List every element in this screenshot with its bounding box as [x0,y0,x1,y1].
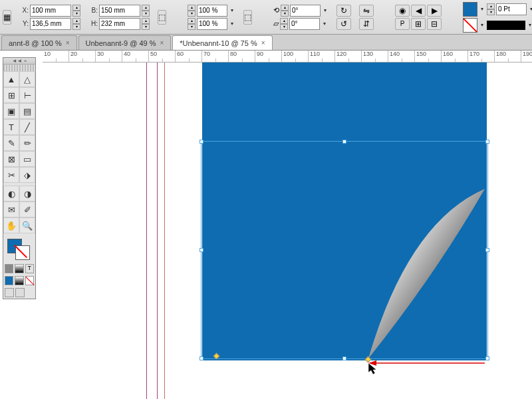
y-spinner[interactable]: ▴▾ [72,18,80,30]
shear-spinner[interactable]: ▴▾ [280,18,288,30]
stroke-weight-input[interactable] [496,3,527,15]
fill-swatch[interactable] [463,2,477,17]
y-label: Y: [19,20,29,27]
stroke-spinner[interactable]: ▴▾ [487,3,495,15]
eyedropper-tool[interactable]: ✐ [19,201,35,217]
rotate-cw-icon[interactable]: ↻ [336,5,351,17]
document-tab-bar: annt-8 @ 100 % × Unbenannt-9 @ 49 % × *U… [0,35,532,51]
panel-grip[interactable] [3,65,35,71]
rotate-spinner[interactable]: ▴▾ [281,5,289,17]
close-icon[interactable]: × [66,39,70,47]
shear-input[interactable] [289,18,320,30]
gap-tool[interactable]: ⊢ [19,87,35,103]
zoom-tool[interactable]: 🔍 [19,217,35,233]
ruler-tick: 10 [43,51,69,62]
page-tool[interactable]: ⊞ [3,87,19,103]
ruler-tick: 180 [495,51,521,62]
page-curl-object[interactable] [348,182,495,368]
control-bar: ▦ X: ▴▾ Y: ▴▾ B: ▴▾ H: ▴▾ ⬚ ▴▾ ▾ [0,0,532,35]
tab-document-2[interactable]: Unbenannt-9 @ 49 % × [78,35,172,50]
gradient-feather-tool[interactable]: ◑ [19,186,35,201]
x-label: X: [19,7,29,14]
view-mode-preview-icon[interactable] [15,288,25,297]
flip-v-icon[interactable]: ⇵ [359,18,374,30]
guide-vertical[interactable] [157,63,158,399]
w-spinner[interactable]: ▴▾ [142,5,150,17]
horizontal-ruler[interactable]: 10 20 30 40 50 60 70 80 90 100 110 120 1… [43,51,532,63]
scissors-tool[interactable]: ✂ [3,167,19,183]
dropdown-icon[interactable]: ▾ [322,7,329,13]
scalex-spinner[interactable]: ▴▾ [188,5,196,17]
ruler-tick: 140 [388,51,415,62]
rotate-input[interactable] [290,5,321,17]
pencil-tool[interactable]: ✏ [19,135,35,151]
format-none-icon[interactable] [25,276,34,285]
text-wrap-icon[interactable]: P [395,18,410,30]
view-mode-normal-icon[interactable] [5,288,14,297]
tab-document-1[interactable]: annt-8 @ 100 % × [1,35,77,50]
constrain-link-icon[interactable]: ⬚ [158,10,166,25]
annotation-arrow [368,359,488,367]
w-input[interactable] [99,5,140,17]
select-content-icon[interactable]: ◉ [395,5,410,17]
align-icon[interactable]: ⊞ [411,18,426,30]
type-tool[interactable]: T [3,119,19,135]
scaley-input[interactable] [197,18,227,30]
select-prev-icon[interactable]: ◀ [411,5,426,17]
ruler-tick: 150 [415,51,442,62]
constrain-scale-icon[interactable]: ⬚ [243,10,252,25]
dropdown-icon[interactable]: ▾ [229,21,235,27]
apply-color-icon[interactable] [5,264,13,273]
close-icon[interactable]: × [160,39,164,47]
stroke-proxy[interactable] [15,245,30,260]
rotate-ccw-icon[interactable]: ↺ [336,18,351,30]
line-tool[interactable]: ╱ [19,119,35,135]
reference-point-icon[interactable]: ▦ [3,10,11,25]
tab-label: annt-8 @ 100 % [9,39,62,47]
h-input[interactable] [99,18,140,30]
note-tool[interactable]: ✉ [3,201,19,217]
apply-gradient-icon[interactable] [15,264,23,273]
stroke-swatch[interactable] [463,18,477,33]
rectangle-tool[interactable]: ▭ [19,151,35,167]
tab-document-3[interactable]: *Unbenannt-10 @ 75 % × [172,35,272,50]
distribute-icon[interactable]: ⊟ [427,18,442,30]
dropdown-icon[interactable]: ▾ [479,6,485,12]
ruler-tick: 50 [149,51,176,62]
gradient-swatch-tool[interactable]: ◐ [3,186,19,201]
flip-h-icon[interactable]: ⇋ [359,5,374,17]
guide-vertical[interactable] [146,63,147,399]
free-transform-tool[interactable]: ⬗ [19,167,35,183]
ruler-tick: 20 [69,51,96,62]
close-icon[interactable]: × [261,39,265,47]
h-spinner[interactable]: ▴▾ [142,18,150,30]
pen-tool[interactable]: ✎ [3,135,19,151]
ruler-tick: 60 [176,51,202,62]
fill-stroke-proxy[interactable] [3,236,35,263]
dropdown-icon[interactable]: ▾ [479,22,485,28]
select-next-icon[interactable]: ▶ [427,5,442,17]
format-fill-icon[interactable] [5,276,13,285]
dropdown-icon[interactable]: ▾ [229,7,235,13]
content-placer-tool[interactable]: ▤ [19,103,35,119]
apply-text-icon[interactable]: T [25,264,34,273]
y-input[interactable] [30,18,71,30]
scaley-spinner[interactable]: ▴▾ [188,18,196,30]
direct-selection-tool[interactable]: △ [19,71,35,87]
content-collector-tool[interactable]: ▣ [3,103,19,119]
x-spinner[interactable]: ▴▾ [72,5,80,17]
dropdown-icon[interactable]: ▾ [321,21,328,27]
rotate-icon: ⟲ [273,6,279,15]
hand-tool[interactable]: ✋ [3,217,19,233]
selection-tool[interactable]: ▲ [3,71,19,87]
ruler-tick: 170 [468,51,495,62]
x-input[interactable] [30,5,71,17]
rectangle-frame-tool[interactable]: ⊠ [3,151,19,167]
scalex-input[interactable] [197,5,227,17]
panel-collapse-icon[interactable]: ◄◄ × [3,58,35,65]
dropdown-icon[interactable]: ▾ [528,6,532,12]
format-gradient-icon[interactable] [15,276,23,285]
stroke-style-sample[interactable] [487,21,525,30]
canvas[interactable] [43,63,532,399]
dropdown-icon[interactable]: ▾ [527,22,532,28]
